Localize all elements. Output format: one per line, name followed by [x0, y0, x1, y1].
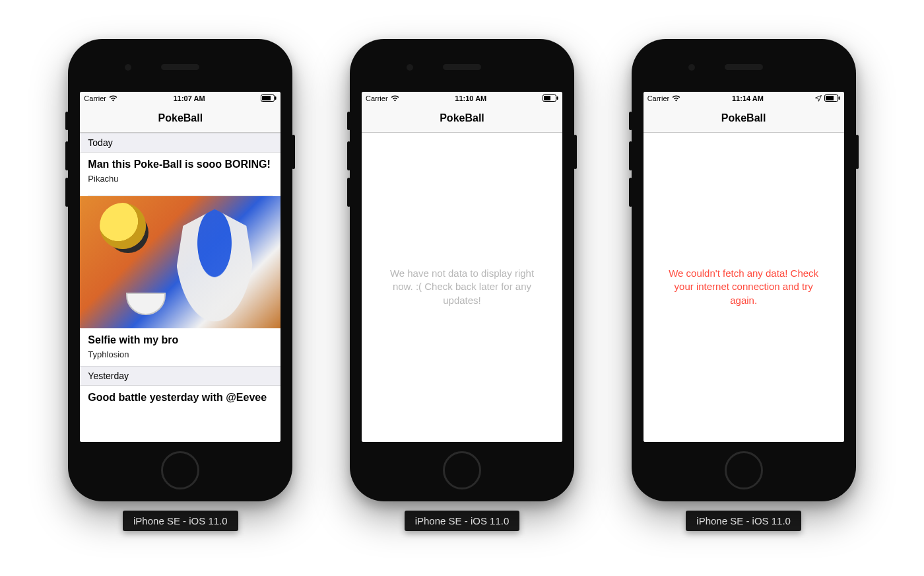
svg-rect-4: [544, 96, 550, 100]
screen: Carrier 11:14 AM PokeBall: [644, 92, 844, 442]
post-title: Selfie with my bro: [88, 334, 273, 347]
volume-up-button: [347, 141, 350, 170]
power-button: [574, 135, 577, 169]
carrier-label: Carrier: [366, 94, 388, 102]
clock-label: 11:07 AM: [174, 94, 205, 102]
clock-label: 11:10 AM: [455, 94, 486, 102]
phone-frame: Carrier 11:14 AM PokeBall: [632, 39, 856, 501]
front-camera: [407, 64, 413, 71]
post-author: Typhlosion: [88, 349, 273, 359]
location-icon: [815, 95, 822, 102]
device-column: Carrier 11:10 AM PokeBall We have not da…: [350, 39, 574, 531]
post-image[interactable]: [80, 196, 280, 328]
earpiece: [725, 64, 763, 70]
svg-rect-1: [262, 96, 271, 100]
empty-message: We have not data to display right now. :…: [380, 267, 544, 307]
volume-up-button: [629, 141, 632, 170]
volume-up-button: [65, 141, 69, 170]
svg-rect-2: [275, 96, 277, 100]
nav-bar: PokeBall: [644, 105, 844, 133]
post-title: Good battle yesterday with @Eevee: [88, 391, 273, 404]
volume-down-button: [629, 178, 632, 207]
battery-icon: [261, 94, 277, 102]
home-button[interactable]: [443, 451, 481, 489]
mute-switch: [347, 112, 350, 130]
error-state: We couldn't fetch any data! Check your i…: [644, 133, 844, 442]
earpiece: [161, 64, 199, 70]
battery-icon: [824, 94, 840, 102]
error-message: We couldn't fetch any data! Check your i…: [662, 267, 826, 307]
volume-down-button: [347, 178, 350, 207]
power-button: [292, 135, 295, 169]
device-caption: iPhone SE - iOS 11.0: [123, 511, 238, 531]
earpiece: [443, 64, 481, 70]
svg-rect-8: [838, 96, 840, 100]
phone-frame: Carrier 11:07 AM PokeBall Today: [68, 39, 292, 501]
device-caption: iPhone SE - iOS 11.0: [686, 511, 801, 531]
feed-list[interactable]: Today Man this Poke-Ball is sooo BORING!…: [80, 133, 280, 442]
power-button: [855, 135, 859, 169]
device-caption: iPhone SE - iOS 11.0: [405, 511, 520, 531]
nav-bar: PokeBall: [80, 105, 280, 133]
status-bar: Carrier 11:14 AM: [644, 92, 844, 105]
home-button[interactable]: [725, 451, 763, 489]
wifi-icon: [391, 95, 399, 102]
screen: Carrier 11:10 AM PokeBall We have not da…: [362, 92, 562, 442]
nav-title: PokeBall: [158, 112, 203, 124]
post-author: Pikachu: [88, 174, 273, 184]
carrier-label: Carrier: [84, 94, 106, 102]
svg-rect-7: [826, 96, 834, 100]
svg-rect-5: [556, 96, 558, 100]
front-camera: [125, 64, 131, 71]
post-title: Man this Poke-Ball is sooo BORING!: [88, 158, 273, 171]
mute-switch: [629, 112, 632, 130]
list-item[interactable]: Good battle yesterday with @Eevee: [80, 386, 280, 411]
device-column: Carrier 11:14 AM PokeBall: [632, 39, 856, 531]
nav-title: PokeBall: [721, 112, 766, 124]
home-button[interactable]: [161, 451, 199, 489]
list-item[interactable]: Selfie with my bro Typhlosion: [80, 328, 280, 366]
front-camera: [688, 64, 695, 71]
screen: Carrier 11:07 AM PokeBall Today: [80, 92, 280, 442]
status-bar: Carrier 11:07 AM: [80, 92, 280, 105]
carrier-label: Carrier: [647, 94, 670, 102]
clock-label: 11:14 AM: [732, 94, 764, 102]
device-column: Carrier 11:07 AM PokeBall Today: [68, 39, 292, 531]
section-header: Yesterday: [80, 366, 280, 386]
empty-state: We have not data to display right now. :…: [362, 133, 562, 442]
wifi-icon: [672, 95, 680, 102]
section-header: Today: [80, 133, 280, 153]
phone-frame: Carrier 11:10 AM PokeBall We have not da…: [350, 39, 574, 501]
illustration-shape: [126, 293, 166, 315]
volume-down-button: [65, 178, 69, 207]
mute-switch: [65, 112, 69, 130]
status-bar: Carrier 11:10 AM: [362, 92, 562, 105]
wifi-icon: [109, 95, 117, 102]
battery-icon: [543, 94, 558, 102]
list-item[interactable]: Man this Poke-Ball is sooo BORING! Pikac…: [80, 153, 280, 190]
nav-title: PokeBall: [440, 112, 484, 124]
nav-bar: PokeBall: [362, 105, 562, 133]
